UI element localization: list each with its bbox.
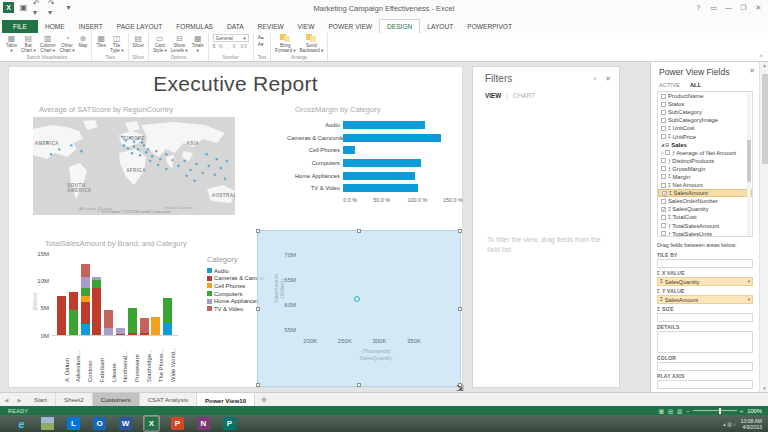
taskbar-clock[interactable]: 10:08 AM 4/9/2013 <box>741 418 762 430</box>
selection-handle[interactable] <box>357 229 361 233</box>
button-tiles[interactable]: ▦Tiles <box>96 34 106 48</box>
checkbox[interactable] <box>661 174 666 179</box>
decrease-font-icon[interactable]: A▾ <box>258 41 264 47</box>
sheet-tab-customers[interactable]: Customers <box>93 393 140 406</box>
selection-handle[interactable] <box>256 383 260 387</box>
checkbox[interactable] <box>661 215 666 220</box>
well-box-size[interactable] <box>657 313 753 322</box>
field-item-unitcost[interactable]: ΣUnitCost <box>658 124 752 132</box>
checkbox[interactable] <box>661 183 666 188</box>
button-bring-forward[interactable]: Bring Forward ▾ <box>275 34 295 53</box>
selection-handle[interactable] <box>357 383 361 387</box>
prev-sheet-icon[interactable]: ◀ <box>0 393 13 406</box>
field-item-grossmargin[interactable]: ƒGrossMargin <box>658 165 752 173</box>
column-a-datum[interactable] <box>57 296 66 335</box>
zoom-out-icon[interactable]: − <box>686 408 690 414</box>
tray-expand-icon[interactable]: ▴ ▥ ♪ <box>723 421 736 427</box>
field-item-totalcost[interactable]: ΣTotalCost <box>658 213 752 221</box>
restore-icon[interactable]: ❐ <box>736 1 751 14</box>
sheet-tab-csat-analysis[interactable]: CSAT Analysis <box>140 393 197 406</box>
map-visualization[interactable]: Average of SATScore by RegionCountry <box>33 105 235 215</box>
chevron-down-icon[interactable]: ▾ <box>748 297 750 302</box>
bar-computers[interactable] <box>343 159 421 167</box>
sheet-tab-power-view10[interactable]: Power View10 <box>197 393 255 406</box>
bar-home-appliances[interactable] <box>343 172 415 180</box>
checkbox[interactable] <box>661 94 666 99</box>
field-item-subcategory[interactable]: SubCategory <box>658 108 752 116</box>
checkbox[interactable] <box>661 158 666 163</box>
bar-cell-phones[interactable] <box>343 146 355 154</box>
taskbar-outlook-icon[interactable]: O <box>92 416 107 431</box>
taskbar-excel-icon[interactable]: X <box>144 416 159 431</box>
button-table[interactable]: ▦Table ▾ <box>6 34 17 53</box>
column-northwind[interactable] <box>116 328 125 335</box>
button-slicer[interactable]: ▤Slicer <box>133 34 145 48</box>
expand-icon[interactable]: ◢ <box>661 142 664 147</box>
collapse-ribbon-icon[interactable]: ˄ <box>759 53 763 59</box>
redo-icon[interactable]: ↷ ▾ <box>48 2 59 13</box>
chevron-left-icon[interactable]: ‹ <box>594 75 596 83</box>
taskbar-publisher-icon[interactable]: P <box>222 416 237 431</box>
selection-handle[interactable] <box>256 307 260 311</box>
bar-cameras-camcorders[interactable] <box>343 134 441 142</box>
field-item-status[interactable]: Status <box>658 100 752 108</box>
ribbon-tab-home[interactable]: HOME <box>38 20 72 33</box>
ribbon-tab-design[interactable]: DESIGN <box>379 19 420 33</box>
checkbox[interactable] <box>661 102 666 107</box>
world-map[interactable]: NORTH AMERICAEUROPEASIAAFRICASOUTH AMERI… <box>33 117 235 215</box>
field-item-totalsalesamount[interactable]: ƒTotalSalesAmount <box>658 222 752 230</box>
field-list[interactable]: ProductNameStatusSubCategorySubCategoryI… <box>657 91 753 237</box>
field-list-scrollbar[interactable] <box>747 94 751 236</box>
ribbon-tab-power-view[interactable]: POWER VIEW <box>321 20 379 33</box>
column-wide-world[interactable] <box>163 298 172 335</box>
checkbox[interactable]: ✓ <box>661 207 666 212</box>
zoom-slider[interactable]: − + <box>686 408 743 414</box>
sheet-tab-start[interactable]: Start <box>26 393 56 406</box>
checkbox[interactable]: ✓ <box>662 191 667 196</box>
button-column-chart[interactable]: ▥Column Chart ▾ <box>40 34 56 53</box>
field-item-salesamount[interactable]: ✓ΣSalesAmount▾ <box>658 189 752 197</box>
field-pill-salesquantity[interactable]: ΣSalesQuantity▾ <box>657 277 753 286</box>
field-item-totalsalesunits[interactable]: ƒTotalSalesUnits <box>658 230 752 237</box>
checkbox[interactable] <box>661 118 666 123</box>
ribbon-tab-view[interactable]: VIEW <box>291 20 322 33</box>
taskbar-powerpoint-icon[interactable]: P <box>170 416 185 431</box>
number-format-buttons[interactable]: $ % , .0 .00 <box>213 44 249 49</box>
scatter-chart-visualization[interactable]: SalesAmount(Millions) 55M60M65M70M 200K2… <box>257 230 461 387</box>
save-icon[interactable]: ▣ <box>18 2 29 13</box>
number-format-dropdown[interactable]: General▾ <box>213 34 249 42</box>
button-bar-chart[interactable]: ▤Bar Chart ▾ <box>21 34 36 53</box>
zoom-level[interactable]: 100% <box>747 408 762 414</box>
taskbar-word-icon[interactable]: W <box>118 416 133 431</box>
field-pill-salesamount[interactable]: ΣSalesAmount▾ <box>657 295 753 304</box>
well-box-color[interactable] <box>657 362 753 371</box>
column-southridge[interactable] <box>140 318 149 335</box>
bar-audio[interactable] <box>343 121 425 129</box>
button-other-chart[interactable]: ◔Other Chart ▾ <box>60 34 75 53</box>
ribbon-tab-file[interactable]: FILE <box>2 20 38 33</box>
field-item-unitprice[interactable]: ΣUnitPrice <box>658 132 752 140</box>
ribbon-tab-review[interactable]: REVIEW <box>251 20 291 33</box>
column-contoso[interactable] <box>81 264 90 335</box>
chevron-down-icon[interactable]: ▾ <box>748 279 750 284</box>
checkbox[interactable] <box>661 126 666 131</box>
field-item-productname[interactable]: ProductName <box>658 92 752 100</box>
scroll-up-icon[interactable]: ▲ <box>760 63 768 68</box>
close-icon[interactable]: ✕ <box>751 1 766 14</box>
checkbox[interactable] <box>661 223 666 228</box>
column-litware[interactable] <box>104 310 113 335</box>
close-icon[interactable]: ✕ <box>605 75 611 83</box>
page-layout-view-icon[interactable]: ▤ <box>668 408 673 414</box>
excel-logo-icon[interactable]: X <box>3 2 14 13</box>
ribbon-tab-data[interactable]: DATA <box>220 20 251 33</box>
column-chart-visualization[interactable]: TotalSalesAmount by Brand, and Category … <box>29 239 265 387</box>
column-adventure[interactable] <box>69 292 78 335</box>
ribbon-tab-powerpivot[interactable]: POWERPIVOT <box>460 20 519 33</box>
field-item-distinctproducts[interactable]: ƒDistinctProducts <box>658 157 752 165</box>
report-title[interactable]: Executive Report <box>9 72 462 96</box>
button-show-levels[interactable]: ⊟Show Levels ▾ <box>171 34 188 53</box>
column-the-phone[interactable] <box>151 317 160 335</box>
button-send-backward[interactable]: Send Backward ▾ <box>300 34 324 53</box>
undo-icon[interactable]: ↶ ▾ <box>33 2 44 13</box>
zoom-in-icon[interactable]: + <box>740 408 744 414</box>
